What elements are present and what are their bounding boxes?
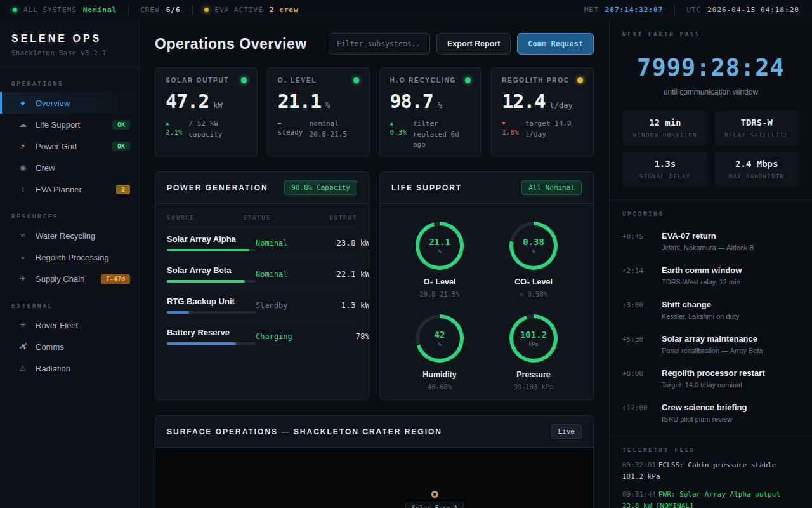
- power-status: Standby: [256, 301, 316, 310]
- sidebar-item-crew[interactable]: ◉ Crew: [0, 157, 139, 178]
- half-circle-icon: ◒: [18, 253, 28, 262]
- output-bar-track: [167, 342, 256, 345]
- telemetry-entry: 09:31:44PWR: Solar Array Alpha output 23…: [622, 489, 799, 508]
- all-systems-status-icon: [13, 8, 17, 12]
- gauge-label: Pressure: [516, 370, 551, 379]
- output-bar-fill: [167, 249, 249, 251]
- stat-value: 98.7: [390, 90, 433, 112]
- top-status-bar: ALL SYSTEMS Nominal CREW 6/6 EVA ACTIVE …: [0, 0, 812, 20]
- stat-card-h-o-recycling: H₂O RECYCLING 98.7 % ▲ 0.3% filter repla…: [379, 67, 482, 157]
- power-status: Charging: [256, 332, 316, 341]
- stat-card-regolith-proc: REGOLITH PROC 12.4 t/day ▼ 1.8% target 1…: [491, 67, 594, 157]
- export-report-button[interactable]: Export Report: [436, 33, 511, 55]
- sidebar-item-radiation[interactable]: ⚠ Radiation: [0, 358, 139, 379]
- event-title: Crew science briefing: [662, 403, 747, 412]
- eva-label: EVA ACTIVE: [215, 6, 263, 14]
- output-bar-fill: [167, 342, 236, 345]
- telemetry-entry: 09:32:01ECLSS: Cabin pressure stable 101…: [622, 460, 799, 483]
- sidebar-item-comms[interactable]: Comms: [0, 336, 139, 358]
- trend-arrow-icon: ▲: [390, 119, 393, 128]
- surface-map[interactable]: Solar Farm A: [155, 448, 593, 508]
- arrows-vertical-icon: ↕: [18, 185, 28, 194]
- status-dot-icon: [465, 77, 471, 83]
- telemetry-timestamp: 09:31:44: [622, 490, 656, 498]
- sidebar-item-regolith-processing[interactable]: ◒ Regolith Processing: [0, 246, 139, 268]
- stat-card-solar-output: SOLAR OUTPUT 47.2 kW ▲ 2.1% / 52 kW capa…: [155, 67, 258, 157]
- all-systems-label: ALL SYSTEMS: [23, 6, 77, 14]
- stat-label: SOLAR OUTPUT: [166, 77, 230, 84]
- pass-stats-grid: 12 min WINDOW DURATION TDRS-W RELAY SATE…: [622, 110, 799, 187]
- sidebar-item-overview[interactable]: ◆ Overview: [0, 92, 139, 114]
- status-dot-icon: [577, 77, 583, 83]
- gauge-label: CO₂ Level: [514, 277, 553, 286]
- sidebar-nav: OPERATIONS ◆ Overview ☁ Life Support OK …: [0, 67, 139, 379]
- sidebar-item-label: Regolith Processing: [36, 253, 130, 262]
- gauge-range: < 0.50%: [520, 290, 547, 298]
- telemetry-timestamp: 09:32:01: [622, 461, 656, 469]
- circle-dot-icon: ◉: [18, 163, 28, 172]
- stat-value: 21.1: [278, 90, 321, 112]
- event-detail: Target: 14.0 t/day nominal: [662, 381, 765, 389]
- satellite-icon: [18, 341, 28, 352]
- trend-arrow-icon: ▬: [278, 119, 281, 128]
- gauge-value: 21.1: [429, 237, 450, 247]
- stat-value: 47.2: [166, 90, 209, 112]
- utc-clock: 2026-04-15 04:18:20: [707, 6, 799, 14]
- trend-arrow-icon: ▼: [502, 119, 505, 128]
- all-nominal-badge: All Nominal: [521, 180, 582, 195]
- sidebar-section: EXTERNAL ✳ Rover Fleet Comms ⚠ Radiation: [0, 290, 139, 379]
- next-earth-pass-label: NEXT EARTH PASS: [622, 30, 799, 37]
- gauge-o-level: 21.1 % O₂ Level 20.8-21.5%: [393, 222, 487, 298]
- trend-arrow-icon: ▲: [166, 119, 169, 128]
- sidebar-item-power-grid[interactable]: ⚡ Power Grid OK: [0, 135, 139, 157]
- telemetry-label: TELEMETRY FEED: [622, 446, 799, 453]
- power-row-battery-reserve: Battery Reserve Charging 78%: [167, 321, 357, 351]
- sidebar-item-life-support[interactable]: ☁ Life Support OK: [0, 114, 139, 135]
- gauge-value: 42: [435, 330, 445, 340]
- live-badge: Live: [551, 424, 582, 439]
- all-systems-value: Nominal: [83, 6, 117, 14]
- event-detail: Kessler, Lakshmi on duty: [662, 312, 739, 320]
- sidebar-item-eva-planner[interactable]: ↕ EVA Planner 2: [0, 178, 139, 200]
- stat-unit: t/day: [550, 101, 573, 110]
- sidebar-item-rover-fleet[interactable]: ✳ Rover Fleet: [0, 314, 139, 336]
- sidebar-item-badge: OK: [112, 120, 130, 130]
- event-regolith-processor-restart: +8:00 Regolith processor restart Target:…: [622, 368, 799, 389]
- trend: ▲ 0.3%: [390, 119, 407, 150]
- column-source: SOURCE: [167, 214, 243, 221]
- sidebar-section: OPERATIONS ◆ Overview ☁ Life Support OK …: [0, 67, 139, 200]
- event-solar-array-maintenance: +5:30 Solar array maintenance Panel reca…: [622, 334, 799, 354]
- gauge-unit: %: [532, 248, 535, 255]
- upcoming-label: UPCOMING: [622, 210, 799, 217]
- sidebar-item-badge: OK: [112, 142, 130, 151]
- gauge-range: 40-60%: [428, 383, 452, 391]
- filter-subsystems-input[interactable]: [329, 33, 430, 55]
- gauge-range: 20.8-21.5%: [419, 290, 459, 298]
- pass-stat-label: SIGNAL DELAY: [627, 173, 703, 180]
- map-marker-solar-farm-a[interactable]: Solar Farm A: [405, 491, 464, 508]
- stat-cards-row: SOLAR OUTPUT 47.2 kW ▲ 2.1% / 52 kW capa…: [155, 67, 594, 157]
- stat-description: filter replaced 6d ago: [413, 119, 471, 150]
- trend-delta: 0.3%: [390, 128, 407, 138]
- pass-stat-label: MAX BANDWIDTH: [719, 173, 795, 180]
- sidebar-item-label: Water Recycling: [36, 231, 130, 241]
- comm-request-button[interactable]: Comm Request: [517, 33, 594, 55]
- column-output: OUTPUT: [303, 214, 357, 221]
- sidebar-item-water-recycling[interactable]: ≋ Water Recycling: [0, 225, 139, 246]
- life-support-title: LIFE SUPPORT: [391, 184, 462, 192]
- telemetry-list: 09:32:01ECLSS: Cabin pressure stable 101…: [622, 460, 799, 508]
- gauge-unit: kPa: [528, 341, 538, 347]
- gauge-co-level: 0.38 % CO₂ Level < 0.50%: [487, 222, 580, 298]
- telemetry-section: TELEMETRY FEED 09:32:01ECLSS: Cabin pres…: [610, 436, 812, 508]
- map-pin-label: Solar Farm A: [405, 502, 464, 508]
- plane-icon: ✈: [18, 274, 28, 283]
- sidebar-item-label: Overview: [36, 98, 130, 108]
- sidebar-item-badge: T-47d: [101, 274, 130, 284]
- cloud-icon: ☁: [18, 120, 28, 129]
- event-time: +0:45: [622, 231, 653, 251]
- pass-stat-value: 2.4 Mbps: [719, 159, 795, 169]
- diamond-icon: ◆: [18, 100, 28, 106]
- sidebar-item-supply-chain[interactable]: ✈ Supply Chain T-47d: [0, 268, 139, 290]
- bolt-icon: ⚡: [18, 142, 28, 150]
- event-time: +2:14: [622, 265, 653, 286]
